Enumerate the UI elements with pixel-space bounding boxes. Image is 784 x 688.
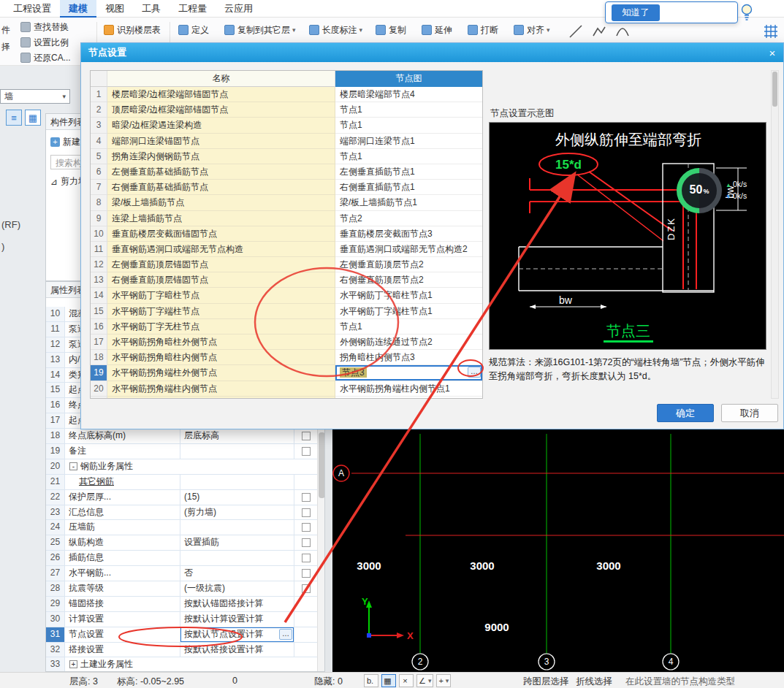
node-image-cell[interactable]: 水平钢筋拐角端柱内侧节点1 …: [335, 381, 482, 397]
property-value-cell[interactable]: (一级抗震) …: [180, 581, 294, 596]
node-name-cell[interactable]: 左侧垂直筋基础插筋节点: [107, 164, 335, 180]
property-row[interactable]: 20 - 钢筋业务属性 …: [46, 459, 317, 475]
checkbox-box[interactable]: [302, 569, 311, 578]
property-row[interactable]: 21 其它钢筋 …: [46, 475, 317, 490]
ok-button[interactable]: 确定: [657, 404, 714, 422]
property-row[interactable]: 28 抗震等级 (一级抗震) …: [46, 581, 317, 597]
checkbox-box[interactable]: [302, 508, 311, 517]
node-name-cell[interactable]: 水平钢筋丁字无柱节点: [107, 319, 335, 335]
property-row[interactable]: 24 压墙筋 …: [46, 520, 317, 535]
node-image-cell[interactable]: 节点1 …: [335, 397, 482, 398]
ribbon-item[interactable]: 还原CA...: [20, 51, 71, 64]
table-row[interactable]: 10 垂直筋楼层变截面锚固节点 垂直筋楼层变截面节点3 …: [91, 226, 482, 242]
ribbon-item[interactable]: 件: [1, 23, 10, 37]
node-name-cell[interactable]: 水平钢筋拐角端柱内侧节点: [107, 381, 335, 397]
node-image-cell[interactable]: 外侧钢筋连续通过节点2 …: [335, 335, 482, 350]
override-checkbox[interactable]: [294, 627, 317, 642]
table-row[interactable]: 18 水平钢筋拐角暗柱内侧节点 拐角暗柱内侧节点3 …: [91, 350, 482, 365]
status-tool-button[interactable]: ▦: [381, 674, 396, 687]
checkbox-box[interactable]: [302, 493, 311, 502]
node-name-cell[interactable]: 水平钢筋拐角暗柱外侧节点: [107, 335, 335, 350]
table-row[interactable]: 12 左侧垂直筋顶层锚固节点 左侧垂直筋顶层节点2 …: [91, 257, 482, 272]
node-name-cell[interactable]: 端部洞口连梁锚固节点: [107, 134, 335, 149]
node-name-cell[interactable]: 拐角连梁内侧钢筋节点: [107, 149, 335, 164]
ribbon-item[interactable]: 对齐 ▾: [514, 23, 550, 37]
checkbox-box[interactable]: [302, 554, 311, 562]
node-name-cell[interactable]: 顶层暗梁/边框梁端部锚固节点: [107, 102, 335, 118]
table-row[interactable]: 11 垂直钢筋遇洞口或端部无节点构造 垂直筋遇洞口或端部无节点构造2 …: [91, 242, 482, 257]
table-row[interactable]: 7 右侧垂直筋基础插筋节点 右侧垂直插筋节点1 …: [91, 180, 482, 195]
node-image-cell[interactable]: 楼层暗梁端部节点4 …: [335, 87, 482, 102]
property-row[interactable]: 22 保护层厚... (15) …: [46, 490, 317, 505]
menu-tab[interactable]: 视图: [96, 0, 133, 18]
ribbon-item[interactable]: 复制: [376, 23, 408, 37]
ribbon-item[interactable]: 择: [1, 40, 10, 53]
override-checkbox[interactable]: [294, 520, 317, 535]
ellipsis-button[interactable]: …: [468, 367, 481, 378]
property-value-cell[interactable]: (15) …: [180, 490, 294, 505]
node-image-cell[interactable]: 水平钢筋丁字暗柱节点1 …: [335, 288, 482, 303]
dialog-titlebar[interactable]: 节点设置: [81, 43, 783, 62]
node-image-cell[interactable]: 节点1 …: [335, 102, 482, 118]
node-image-cell[interactable]: 左侧垂直插筋节点1 …: [335, 164, 482, 180]
node-image-cell[interactable]: 左侧垂直筋顶层节点2 …: [335, 257, 482, 272]
property-row[interactable]: 27 水平钢筋... 否 …: [46, 566, 317, 581]
menu-tab[interactable]: 工程量: [170, 0, 216, 18]
group-toggle-icon[interactable]: +: [69, 660, 77, 668]
new-component-button[interactable]: + 新建: [50, 136, 80, 148]
property-value-cell[interactable]: 按默认搭接设置计算 …: [180, 643, 294, 657]
node-image-cell[interactable]: 节点3 …: [335, 365, 482, 381]
property-value-cell[interactable]: 设置插筋 …: [180, 535, 294, 550]
menu-tab[interactable]: 工具: [133, 0, 170, 18]
cancel-button[interactable]: 取消: [721, 404, 778, 422]
node-name-cell[interactable]: 水平钢筋拐角端柱外侧节点: [107, 365, 335, 381]
table-row[interactable]: 3 暗梁/边框梁遇连梁构造 节点1 …: [91, 118, 482, 133]
property-row[interactable]: 33 + 土建业务属性 …: [46, 657, 317, 672]
arc-tool-icon[interactable]: [613, 22, 632, 41]
table-row[interactable]: 19 水平钢筋拐角端柱外侧节点 节点3 …: [91, 365, 482, 381]
node-image-cell[interactable]: 节点1 …: [335, 319, 482, 335]
table-row[interactable]: 13 右侧垂直筋顶层锚固节点 右侧垂直筋顶层节点2 …: [91, 272, 482, 288]
ribbon-item[interactable]: 延伸: [422, 23, 454, 37]
override-checkbox[interactable]: [294, 643, 317, 657]
scrollbar-thumb[interactable]: [319, 432, 325, 498]
property-value-cell[interactable]: …: [180, 475, 294, 489]
line-tool-icon[interactable]: [566, 22, 585, 41]
override-checkbox[interactable]: [294, 444, 317, 459]
ellipsis-button[interactable]: …: [279, 629, 292, 640]
override-checkbox[interactable]: [294, 612, 317, 627]
override-checkbox[interactable]: [294, 535, 317, 550]
status-tool-button[interactable]: + ▾: [436, 674, 451, 687]
table-row[interactable]: 2 顶层暗梁/边框梁端部锚固节点 节点1 …: [91, 102, 482, 118]
menu-tab[interactable]: 云应用: [216, 0, 262, 18]
node-image-cell[interactable]: 节点1 …: [335, 149, 482, 164]
override-checkbox[interactable]: [294, 490, 317, 505]
table-row[interactable]: 14 水平钢筋丁字暗柱节点 水平钢筋丁字暗柱节点1 …: [91, 288, 482, 303]
identify-floor-table-button[interactable]: 识别楼层表: [104, 23, 161, 37]
cross-layer-select-toggle[interactable]: 跨图层选择: [523, 676, 569, 688]
property-row[interactable]: 19 备注 …: [46, 444, 317, 459]
node-name-cell[interactable]: 水平钢筋丁字暗柱节点: [107, 288, 335, 303]
ribbon-item[interactable]: 查找替换: [20, 20, 71, 34]
table-row[interactable]: 8 梁/板上墙插筋节点 梁/板上墙插筋节点1 …: [91, 195, 482, 210]
node-name-cell[interactable]: 垂直筋楼层变截面锚固节点: [107, 226, 335, 242]
property-value-cell[interactable]: …: [180, 444, 294, 459]
table-row[interactable]: 20 水平钢筋拐角端柱内侧节点 水平钢筋拐角端柱内侧节点1 …: [91, 381, 482, 397]
checkbox-box[interactable]: [302, 447, 311, 456]
property-row[interactable]: 18 终点底标高(m) 层底标高 …: [46, 429, 317, 444]
property-row[interactable]: 29 锚固搭接 按默认锚固搭接计算 …: [46, 597, 317, 612]
status-tool-button[interactable]: ×: [399, 674, 414, 687]
scrollbar-thumb[interactable]: [772, 72, 777, 107]
property-value-cell[interactable]: 否 …: [180, 566, 294, 581]
property-value-cell[interactable]: 按默认计算设置计算 …: [180, 612, 294, 627]
override-checkbox[interactable]: [294, 429, 317, 443]
node-name-cell[interactable]: 水平钢筋丁字端柱节点: [107, 304, 335, 319]
override-checkbox[interactable]: [294, 475, 317, 489]
table-row[interactable]: 16 水平钢筋丁字无柱节点 节点1 …: [91, 319, 482, 335]
node-image-cell[interactable]: 水平钢筋丁字端柱节点1 …: [335, 304, 482, 319]
close-icon[interactable]: ×: [761, 43, 783, 62]
node-name-cell[interactable]: 暗梁/边框梁遇连梁构造: [107, 118, 335, 133]
property-row[interactable]: 30 计算设置 按默认计算设置计算 …: [46, 612, 317, 627]
list-view-button[interactable]: ≡: [6, 110, 22, 126]
override-checkbox[interactable]: [294, 597, 317, 611]
